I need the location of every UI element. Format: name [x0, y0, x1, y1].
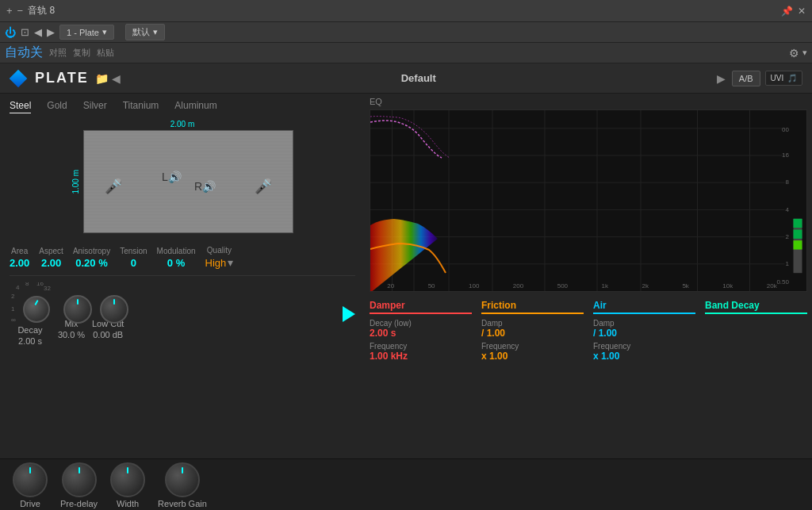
- air-freq-value[interactable]: x 1.00: [593, 351, 695, 362]
- predelay-group: Pre-delay 0 ms: [60, 462, 98, 511]
- friction-freq-value[interactable]: x 1.00: [481, 351, 584, 362]
- material-tabs: Steel Gold Silver Titanium Aluminum: [10, 100, 355, 113]
- drive-group: Drive 0 %: [13, 462, 48, 511]
- speaker-left: L🔊: [162, 170, 182, 184]
- damper-freq-label: Frequency: [370, 342, 472, 351]
- autodisable-btn[interactable]: 自动关: [5, 44, 43, 61]
- eq-grid-svg: 00 16 8 4 2 1 0.50: [370, 110, 806, 291]
- area-value[interactable]: 2.00: [10, 257, 29, 269]
- friction-freq-label: Frequency: [481, 342, 584, 351]
- decay-knob[interactable]: [23, 296, 50, 323]
- tension-param: Tension 0: [120, 247, 147, 269]
- nav-left-icon[interactable]: ◀: [112, 72, 121, 85]
- drive-knob-indicator: [29, 467, 31, 474]
- tension-value[interactable]: 0: [131, 257, 136, 269]
- toolbar-row1: ⏻ ⊡ ◀ ▶ 1 - Plate ▾ 默认 ▾: [0, 22, 812, 43]
- lowcut-knob[interactable]: [100, 295, 128, 324]
- title-plus-icon[interactable]: +: [6, 5, 13, 17]
- tab-titanium[interactable]: Titanium: [123, 100, 159, 113]
- svg-text:2: 2: [786, 233, 790, 240]
- eq-curve-upper-dotted: [370, 117, 450, 158]
- anisotropy-value[interactable]: 0.20 %: [75, 257, 107, 269]
- aspect-value[interactable]: 2.00: [41, 257, 61, 269]
- modulation-label: Modulation: [157, 247, 196, 255]
- eq-display[interactable]: 00 16 8 4 2 1 0.50 20 50 100 200 500: [370, 109, 807, 292]
- area-param: Area 2.00: [10, 247, 29, 269]
- nav-right-icon[interactable]: ▶: [717, 72, 726, 85]
- decay-scale: 1 2 4 8 16 32 ∞ Decay 2.00 s: [10, 282, 51, 346]
- close-icon[interactable]: ✕: [798, 6, 806, 17]
- pin-icon[interactable]: 📌: [781, 6, 793, 17]
- freq-20k: 20k: [767, 282, 777, 290]
- modulation-value[interactable]: 0 %: [167, 257, 185, 269]
- title-text: 音轨 8: [28, 4, 776, 17]
- knobs-row: 1 2 4 8 16 32 ∞ Decay 2.00 s: [10, 275, 355, 352]
- air-section: Air Damp / 1.00 Frequency x 1.00: [593, 300, 695, 365]
- air-freq-label: Frequency: [593, 342, 695, 351]
- play-button[interactable]: [343, 306, 355, 322]
- toolbar-row2: 自动关 对照 复制 粘贴 ⚙ ▾: [0, 43, 812, 63]
- damper-decay-row: Decay (low) 2.00 s: [370, 319, 472, 339]
- folder-icon[interactable]: 📁: [95, 72, 109, 85]
- friction-damp-label: Damp: [481, 319, 584, 328]
- gear-icon[interactable]: ⚙: [789, 47, 799, 59]
- tab-gold[interactable]: Gold: [47, 100, 67, 113]
- quality-dropdown-arrow[interactable]: ▾: [228, 256, 233, 269]
- freq-labels-row: 20 50 100 200 500 1k 2k 5k 10k 20k: [370, 282, 794, 290]
- gear-dropdown[interactable]: ▾: [802, 48, 807, 58]
- svg-text:32: 32: [44, 285, 51, 292]
- lowcut-value: 0.00 dB: [93, 330, 123, 339]
- predelay-knob[interactable]: [62, 462, 97, 497]
- preset-display-text: Default: [401, 72, 436, 84]
- lowcut-knob-group: Low Cut 0.00 dB: [92, 289, 124, 339]
- drive-label: Drive: [20, 499, 40, 508]
- friction-damp-value[interactable]: / 1.00: [481, 328, 584, 339]
- plugin-header: PLATE 📁 ◀ Default ▶ A/B UVI 🎵: [0, 63, 812, 94]
- right-panel: EQ: [365, 94, 812, 458]
- svg-text:1: 1: [11, 305, 15, 313]
- freq-100: 100: [469, 282, 479, 290]
- preset-dropdown[interactable]: 1 - Plate ▾: [59, 25, 114, 40]
- drive-knob[interactable]: [13, 462, 48, 497]
- reverb-gain-knob[interactable]: [165, 462, 200, 497]
- width-knob[interactable]: [110, 462, 145, 497]
- tab-silver[interactable]: Silver: [83, 100, 107, 113]
- dropdown-arrow2: ▾: [153, 27, 158, 37]
- damper-freq-value[interactable]: 1.00 kHz: [370, 351, 472, 362]
- tab-steel[interactable]: Steel: [10, 100, 31, 113]
- svg-rect-33: [794, 219, 802, 228]
- svg-text:8: 8: [25, 282, 29, 287]
- freq-2k: 2k: [642, 282, 648, 290]
- air-freq-row: Frequency x 1.00: [593, 342, 695, 362]
- aspect-label: Aspect: [39, 247, 63, 255]
- freq-200: 200: [513, 282, 523, 290]
- freq-5k: 5k: [682, 282, 688, 290]
- damper-section: Damper Decay (low) 2.00 s Frequency 1.00…: [370, 300, 472, 365]
- speaker-right: R🔊: [194, 179, 216, 194]
- eq-header: EQ: [370, 97, 807, 108]
- aspect-param: Aspect 2.00: [39, 247, 63, 269]
- nav-back[interactable]: ◀: [34, 26, 42, 38]
- paste-btn[interactable]: 粘贴: [97, 47, 114, 59]
- band-decay-section: Band Decay: [705, 300, 807, 365]
- tension-label: Tension: [120, 247, 147, 255]
- mix-value: 30.0 %: [58, 330, 85, 339]
- reverb-gain-label: Reverb Gain: [158, 499, 207, 508]
- air-title: Air: [593, 300, 695, 314]
- nav-forward[interactable]: ▶: [47, 26, 55, 38]
- tab-aluminum[interactable]: Aluminum: [174, 100, 216, 113]
- file-icon[interactable]: ⊡: [21, 26, 29, 38]
- reverb-gain-group: Reverb Gain 0.00 dB: [158, 462, 207, 511]
- damper-decay-value[interactable]: 2.00 s: [370, 328, 472, 339]
- ab-button[interactable]: A/B: [732, 71, 760, 86]
- mix-knob[interactable]: [63, 295, 92, 324]
- title-minus-icon[interactable]: −: [17, 5, 24, 17]
- friction-title: Friction: [481, 300, 584, 314]
- copy-btn[interactable]: 复制: [73, 47, 90, 59]
- air-damp-value[interactable]: / 1.00: [593, 328, 695, 339]
- svg-text:4: 4: [786, 206, 790, 213]
- eq-label: EQ: [370, 97, 382, 106]
- quality-value: High: [205, 257, 227, 269]
- default-dropdown[interactable]: 默认 ▾: [125, 24, 165, 40]
- compare-btn[interactable]: 对照: [49, 47, 67, 59]
